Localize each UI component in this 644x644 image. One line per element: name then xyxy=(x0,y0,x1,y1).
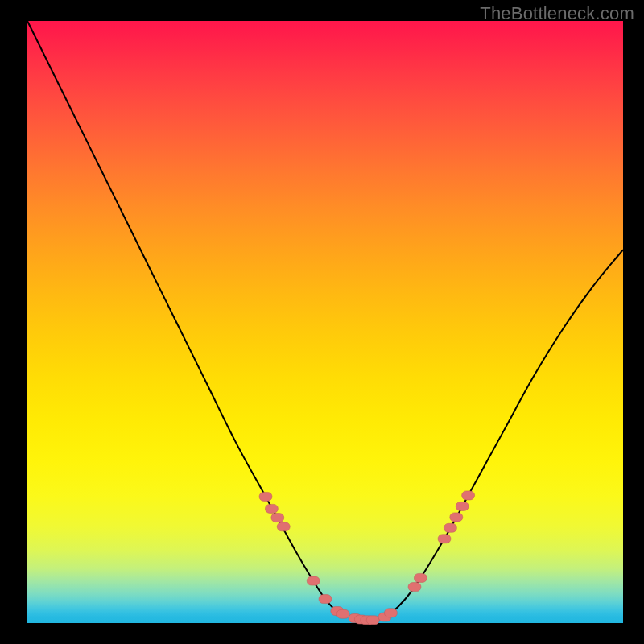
curve-marker xyxy=(444,523,456,532)
curve-markers xyxy=(259,491,475,625)
plot-area xyxy=(27,21,623,623)
curve-marker xyxy=(319,595,332,604)
curve-line xyxy=(27,21,623,620)
watermark-text: TheBottleneck.com xyxy=(480,3,634,24)
curve-marker xyxy=(271,514,284,522)
chart-frame: TheBottleneck.com xyxy=(0,0,644,644)
curve-marker xyxy=(456,502,469,510)
curve-marker xyxy=(462,491,475,500)
curve-marker xyxy=(366,616,379,625)
curve-marker xyxy=(450,513,463,522)
curve-marker xyxy=(414,573,427,582)
curve-marker xyxy=(336,609,349,618)
curve-marker xyxy=(277,522,290,531)
curve-marker xyxy=(408,583,421,592)
curve-marker xyxy=(438,535,451,543)
curve-marker xyxy=(307,576,320,585)
curve-marker xyxy=(259,492,272,501)
bottleneck-curve xyxy=(27,21,623,623)
curve-marker xyxy=(265,504,278,513)
curve-marker xyxy=(384,609,397,617)
